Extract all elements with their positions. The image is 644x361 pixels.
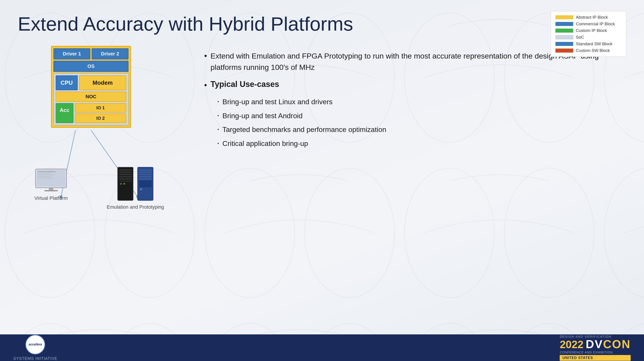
dvcon-location: UNITED STATES [560,355,631,361]
typical-use-cases-title: Typical Use-cases [210,80,280,89]
main-body: Driver 1 Driver 2 OS CPU Modem NOC [18,46,626,246]
soc-inner-box: CPU Modem NOC Acc IO 1 IO 2 [54,73,128,125]
legend-item-abstract: Abstract IP Block [556,15,622,20]
slide-content: Extend Accuracy with Hybrid Platforms Ab… [0,0,644,361]
svg-rect-24 [139,172,152,173]
accellera-name: accellera [29,343,42,346]
accellera-logo: accellera SYSTEMS INITIATIVE [13,335,58,361]
sub-dot-3: • [218,127,219,135]
sub-dot-4: • [218,141,219,149]
emulation-platform-label: Emulation and Prototyping [102,204,169,210]
modem-block: Modem [79,75,126,90]
svg-rect-25 [139,174,152,175]
legend-panel: Abstract IP Block Commercial IP Block Cu… [551,11,626,57]
sub-bullet-2: • Bring-up and test Android [218,111,626,121]
noc-block: NOC [56,92,126,102]
footer-bar: accellera SYSTEMS INITIATIVE DESIGN AND … [0,334,644,361]
sub-bullet-text-2: Bring-up and test Android [222,111,302,121]
svg-rect-9 [38,176,50,177]
soc-outer-box: Driver 1 Driver 2 OS CPU Modem NOC [51,46,131,128]
monitor-svg [33,168,69,192]
svg-rect-23 [139,169,152,171]
drivers-row: Driver 1 Driver 2 [54,48,128,59]
legend-label-custom-ip: Custom IP Block [576,28,607,33]
legend-color-custom-ip [556,28,573,32]
virtual-platform: Virtual Platform [24,168,78,201]
soc-top-row: CPU Modem [56,75,126,90]
dvcon-conference-text: CONFERENCE AND EXHIBITION [560,351,631,354]
legend-item-commercial: Commercial IP Block [556,21,622,26]
io-column: IO 1 IO 2 [75,103,126,123]
sub-bullet-text-4: Critical application bring-up [222,139,308,149]
svg-rect-27 [139,178,152,180]
driver1-block: Driver 1 [54,48,90,59]
legend-color-custom-sw [556,48,573,52]
legend-label-commercial: Commercial IP Block [576,21,615,26]
slide-title: Extend Accuracy with Hybrid Platforms [18,13,626,35]
accellera-subtitle: SYSTEMS INITIATIVE [13,356,58,361]
legend-label-standard-sw: Standard SW Block [576,41,612,46]
legend-label-custom-sw: Custom SW Block [576,48,610,53]
svg-rect-18 [119,178,132,180]
sub-bullet-3: • Targeted benchmarks and performance op… [218,125,626,135]
svg-rect-15 [119,172,132,173]
legend-label-abstract: Abstract IP Block [576,15,608,20]
legend-item-standard-sw: Standard SW Block [556,41,622,46]
sub-bullet-4: • Critical application bring-up [218,139,626,149]
io2-block: IO 2 [75,113,126,123]
accellera-badge: accellera [25,335,45,355]
server-tower-black [116,166,134,202]
legend-color-soc [556,35,573,39]
diagram-area: Driver 1 Driver 2 OS CPU Modem NOC [18,46,191,246]
svg-rect-28 [139,180,152,187]
io1-block: IO 1 [75,103,126,113]
svg-rect-26 [139,176,152,177]
emulation-image [102,166,169,202]
svg-point-20 [120,183,122,185]
server-tower-blue [136,166,154,202]
legend-item-soc: SoC [556,35,622,40]
os-block: OS [54,61,128,72]
legend-label-soc: SoC [576,35,584,40]
dvcon-text-group: DESIGN AND VERIFICATION 2022 DVCON CONFE… [560,335,631,361]
sub-bullet-text-1: Bring-up and test Linux and drivers [222,97,332,107]
legend-item-custom-sw: Custom SW Block [556,48,622,53]
main-bullet-2: • Typical Use-cases • Bring-up and test … [204,80,626,153]
dvcon-year: 2022 [560,338,584,351]
soc-diagram: Driver 1 Driver 2 OS CPU Modem NOC [51,46,131,128]
bullet-dot-2: • [204,80,207,91]
svg-rect-16 [119,174,132,175]
svg-rect-19 [119,180,132,182]
svg-rect-10 [38,178,52,178]
svg-point-21 [124,183,125,185]
bullet-area: • Extend with Emulation and FPGA Prototy… [204,46,626,159]
sub-bullet-1: • Bring-up and test Linux and drivers [218,97,626,107]
bullet-dot-1: • [204,50,207,73]
sub-dot-2: • [218,113,219,121]
svg-rect-6 [38,171,56,172]
svg-rect-7 [38,173,51,174]
legend-color-standard-sw [556,42,573,46]
cpu-block: CPU [56,75,78,90]
driver2-block: Driver 2 [92,48,128,59]
svg-rect-14 [119,169,132,171]
sub-bullet-text-3: Targeted benchmarks and performance opti… [222,125,386,135]
dvcon-brand: DVCON [586,338,631,350]
svg-rect-8 [38,175,53,175]
svg-rect-12 [44,190,58,191]
emulation-platform: Emulation and Prototyping [102,166,169,210]
legend-color-abstract [556,15,573,19]
soc-bottom-row: Acc IO 1 IO 2 [56,103,126,123]
svg-rect-17 [119,176,132,177]
dvcon-logo: DESIGN AND VERIFICATION 2022 DVCON CONFE… [560,335,631,361]
legend-item-custom-ip: Custom IP Block [556,28,622,33]
svg-point-29 [140,188,142,190]
virtual-platform-label: Virtual Platform [24,195,78,201]
acc-block: Acc [56,103,74,123]
legend-color-commercial [556,22,573,26]
sub-bullets-list: • Bring-up and test Linux and drivers • … [204,97,626,153]
sub-dot-1: • [218,99,219,107]
